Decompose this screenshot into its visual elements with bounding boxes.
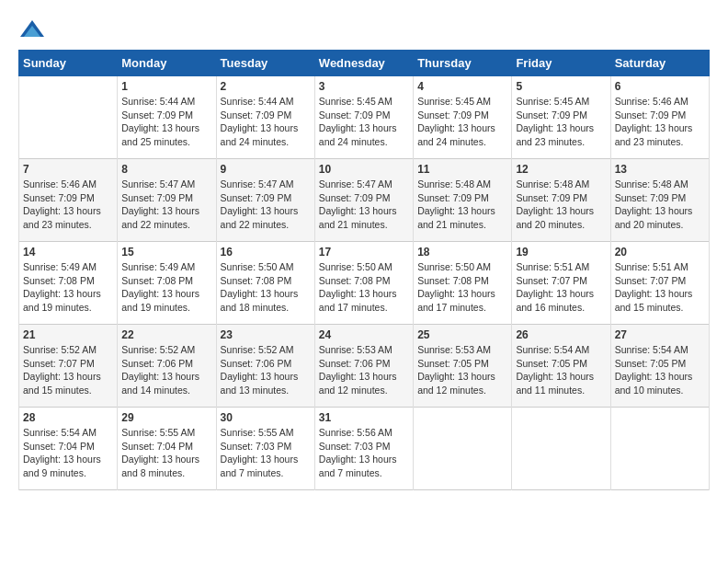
day-number: 18 (417, 246, 507, 259)
day-number: 4 (417, 80, 507, 93)
day-number: 11 (417, 163, 507, 176)
day-cell (414, 408, 512, 490)
day-info: Sunrise: 5:48 AM Sunset: 7:09 PM Dayligh… (516, 178, 606, 232)
day-cell (610, 408, 709, 490)
day-info: Sunrise: 5:50 AM Sunset: 7:08 PM Dayligh… (221, 260, 311, 315)
day-info: Sunrise: 5:52 AM Sunset: 7:06 PM Dayligh… (221, 343, 311, 397)
week-row-5: 28Sunrise: 5:54 AM Sunset: 7:04 PM Dayli… (19, 408, 710, 490)
day-cell: 21Sunrise: 5:52 AM Sunset: 7:07 PM Dayli… (19, 325, 118, 408)
day-number: 5 (516, 80, 606, 93)
day-info: Sunrise: 5:45 AM Sunset: 7:09 PM Dayligh… (516, 95, 606, 149)
logo-icon (18, 18, 46, 40)
header-cell-thursday: Thursday (414, 51, 512, 76)
week-row-4: 21Sunrise: 5:52 AM Sunset: 7:07 PM Dayli… (19, 325, 710, 408)
day-number: 26 (516, 328, 606, 341)
day-cell: 11Sunrise: 5:48 AM Sunset: 7:09 PM Dayli… (414, 159, 512, 242)
day-cell: 23Sunrise: 5:52 AM Sunset: 7:06 PM Dayli… (216, 325, 314, 408)
week-row-2: 7Sunrise: 5:46 AM Sunset: 7:09 PM Daylig… (19, 159, 710, 242)
day-cell: 13Sunrise: 5:48 AM Sunset: 7:09 PM Dayli… (610, 159, 709, 242)
day-info: Sunrise: 5:52 AM Sunset: 7:06 PM Dayligh… (121, 343, 211, 397)
header-cell-wednesday: Wednesday (314, 51, 413, 76)
day-number: 2 (221, 80, 311, 93)
day-cell: 28Sunrise: 5:54 AM Sunset: 7:04 PM Dayli… (19, 408, 118, 490)
day-number: 14 (23, 246, 113, 259)
logo (18, 18, 50, 40)
day-cell: 24Sunrise: 5:53 AM Sunset: 7:06 PM Dayli… (314, 325, 413, 408)
day-info: Sunrise: 5:48 AM Sunset: 7:09 PM Dayligh… (615, 178, 705, 232)
day-cell: 19Sunrise: 5:51 AM Sunset: 7:07 PM Dayli… (512, 242, 610, 325)
day-info: Sunrise: 5:56 AM Sunset: 7:03 PM Dayligh… (319, 426, 409, 480)
calendar-body: 1Sunrise: 5:44 AM Sunset: 7:09 PM Daylig… (19, 76, 710, 490)
day-number: 25 (417, 328, 507, 341)
day-number: 17 (319, 246, 409, 259)
day-cell: 2Sunrise: 5:44 AM Sunset: 7:09 PM Daylig… (216, 76, 314, 159)
day-cell (19, 76, 118, 159)
day-info: Sunrise: 5:45 AM Sunset: 7:09 PM Dayligh… (417, 95, 507, 149)
header-row: SundayMondayTuesdayWednesdayThursdayFrid… (19, 51, 710, 76)
day-number: 28 (23, 411, 113, 424)
day-number: 29 (121, 411, 211, 424)
day-cell: 31Sunrise: 5:56 AM Sunset: 7:03 PM Dayli… (314, 408, 413, 490)
day-cell: 18Sunrise: 5:50 AM Sunset: 7:08 PM Dayli… (414, 242, 512, 325)
day-info: Sunrise: 5:44 AM Sunset: 7:09 PM Dayligh… (121, 95, 211, 149)
day-info: Sunrise: 5:44 AM Sunset: 7:09 PM Dayligh… (221, 95, 311, 149)
day-cell: 3Sunrise: 5:45 AM Sunset: 7:09 PM Daylig… (314, 76, 413, 159)
day-number: 22 (121, 328, 211, 341)
day-number: 3 (319, 80, 409, 93)
day-info: Sunrise: 5:50 AM Sunset: 7:08 PM Dayligh… (319, 260, 409, 315)
day-number: 9 (221, 163, 311, 176)
day-cell (512, 408, 610, 490)
day-cell: 25Sunrise: 5:53 AM Sunset: 7:05 PM Dayli… (414, 325, 512, 408)
day-info: Sunrise: 5:54 AM Sunset: 7:05 PM Dayligh… (516, 343, 606, 397)
day-number: 15 (121, 246, 211, 259)
day-info: Sunrise: 5:54 AM Sunset: 7:04 PM Dayligh… (23, 426, 113, 480)
day-number: 10 (319, 163, 409, 176)
day-info: Sunrise: 5:51 AM Sunset: 7:07 PM Dayligh… (516, 260, 606, 315)
day-number: 13 (615, 163, 705, 176)
day-cell: 22Sunrise: 5:52 AM Sunset: 7:06 PM Dayli… (118, 325, 216, 408)
day-number: 16 (221, 246, 311, 259)
day-info: Sunrise: 5:54 AM Sunset: 7:05 PM Dayligh… (615, 343, 705, 397)
day-info: Sunrise: 5:49 AM Sunset: 7:08 PM Dayligh… (23, 260, 113, 315)
day-cell: 5Sunrise: 5:45 AM Sunset: 7:09 PM Daylig… (512, 76, 610, 159)
day-cell: 29Sunrise: 5:55 AM Sunset: 7:04 PM Dayli… (118, 408, 216, 490)
day-info: Sunrise: 5:46 AM Sunset: 7:09 PM Dayligh… (615, 95, 705, 149)
day-number: 27 (615, 328, 705, 341)
day-info: Sunrise: 5:52 AM Sunset: 7:07 PM Dayligh… (23, 343, 113, 397)
day-info: Sunrise: 5:47 AM Sunset: 7:09 PM Dayligh… (221, 178, 311, 232)
week-row-3: 14Sunrise: 5:49 AM Sunset: 7:08 PM Dayli… (19, 242, 710, 325)
day-number: 30 (221, 411, 311, 424)
day-info: Sunrise: 5:49 AM Sunset: 7:08 PM Dayligh… (121, 260, 211, 315)
day-info: Sunrise: 5:47 AM Sunset: 7:09 PM Dayligh… (319, 178, 409, 232)
day-cell: 14Sunrise: 5:49 AM Sunset: 7:08 PM Dayli… (19, 242, 118, 325)
day-number: 24 (319, 328, 409, 341)
header-cell-sunday: Sunday (19, 51, 118, 76)
day-cell: 1Sunrise: 5:44 AM Sunset: 7:09 PM Daylig… (118, 76, 216, 159)
day-cell: 8Sunrise: 5:47 AM Sunset: 7:09 PM Daylig… (118, 159, 216, 242)
day-cell: 16Sunrise: 5:50 AM Sunset: 7:08 PM Dayli… (216, 242, 314, 325)
day-cell: 7Sunrise: 5:46 AM Sunset: 7:09 PM Daylig… (19, 159, 118, 242)
day-number: 19 (516, 246, 606, 259)
day-info: Sunrise: 5:46 AM Sunset: 7:09 PM Dayligh… (23, 178, 113, 232)
day-cell: 6Sunrise: 5:46 AM Sunset: 7:09 PM Daylig… (610, 76, 709, 159)
day-info: Sunrise: 5:53 AM Sunset: 7:06 PM Dayligh… (319, 343, 409, 397)
day-cell: 27Sunrise: 5:54 AM Sunset: 7:05 PM Dayli… (610, 325, 709, 408)
day-info: Sunrise: 5:47 AM Sunset: 7:09 PM Dayligh… (121, 178, 211, 232)
calendar-table: SundayMondayTuesdayWednesdayThursdayFrid… (18, 50, 710, 490)
day-number: 6 (615, 80, 705, 93)
day-cell: 30Sunrise: 5:55 AM Sunset: 7:03 PM Dayli… (216, 408, 314, 490)
day-number: 20 (615, 246, 705, 259)
day-number: 12 (516, 163, 606, 176)
day-cell: 17Sunrise: 5:50 AM Sunset: 7:08 PM Dayli… (314, 242, 413, 325)
day-number: 1 (121, 80, 211, 93)
day-cell: 9Sunrise: 5:47 AM Sunset: 7:09 PM Daylig… (216, 159, 314, 242)
header (18, 18, 710, 40)
day-info: Sunrise: 5:50 AM Sunset: 7:08 PM Dayligh… (417, 260, 507, 315)
day-info: Sunrise: 5:45 AM Sunset: 7:09 PM Dayligh… (319, 95, 409, 149)
calendar-header: SundayMondayTuesdayWednesdayThursdayFrid… (19, 51, 710, 76)
day-cell: 12Sunrise: 5:48 AM Sunset: 7:09 PM Dayli… (512, 159, 610, 242)
day-number: 21 (23, 328, 113, 341)
day-cell: 26Sunrise: 5:54 AM Sunset: 7:05 PM Dayli… (512, 325, 610, 408)
header-cell-saturday: Saturday (610, 51, 709, 76)
header-cell-friday: Friday (512, 51, 610, 76)
